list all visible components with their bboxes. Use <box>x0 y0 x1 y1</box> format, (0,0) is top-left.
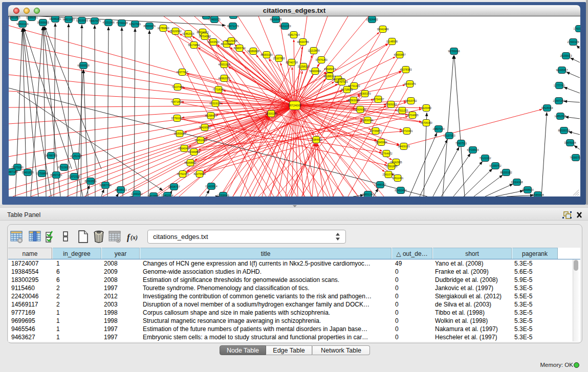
svg-text:81718002: 81718002 <box>341 88 353 91</box>
svg-text:96245957: 96245957 <box>556 69 568 72</box>
svg-text:56174833: 56174833 <box>188 43 200 47</box>
svg-text:97299752: 97299752 <box>489 164 501 167</box>
svg-text:89093100: 89093100 <box>260 53 272 56</box>
svg-text:11440242: 11440242 <box>131 192 143 195</box>
svg-text:97465075: 97465075 <box>208 18 220 21</box>
svg-text:58948113: 58948113 <box>115 188 127 191</box>
svg-text:88539336: 88539336 <box>558 129 570 132</box>
svg-text:58887180: 58887180 <box>9 170 18 173</box>
svg-text:37576283: 37576283 <box>315 58 327 61</box>
svg-text:06792470: 06792470 <box>177 172 188 176</box>
svg-text:80141269: 80141269 <box>221 42 232 46</box>
svg-text:31258153: 31258153 <box>297 65 309 68</box>
svg-text:(x): (x) <box>130 234 138 241</box>
svg-text:44992070: 44992070 <box>218 77 230 80</box>
svg-text:18300295: 18300295 <box>265 112 277 115</box>
svg-text:74395755: 74395755 <box>570 156 580 159</box>
svg-text:13186091: 13186091 <box>26 16 37 19</box>
svg-text:82450400: 82450400 <box>395 189 406 192</box>
svg-text:35326502: 35326502 <box>169 30 181 33</box>
svg-text:21547280: 21547280 <box>553 99 564 102</box>
svg-text:23610788: 23610788 <box>382 173 394 176</box>
svg-text:21590109: 21590109 <box>567 40 579 43</box>
svg-text:52601815: 52601815 <box>9 16 20 19</box>
svg-text:33401878: 33401878 <box>21 171 33 174</box>
svg-text:15055613: 15055613 <box>173 132 185 135</box>
svg-text:76122202: 76122202 <box>479 157 491 160</box>
svg-text:84268465: 84268465 <box>270 18 281 21</box>
svg-text:87731322: 87731322 <box>348 84 360 87</box>
svg-text:84934072: 84934072 <box>197 31 208 34</box>
svg-text:92086828: 92086828 <box>247 50 259 53</box>
svg-text:23448347: 23448347 <box>374 183 386 186</box>
svg-text:89555979: 89555979 <box>143 25 155 28</box>
svg-text:71147104: 71147104 <box>201 16 212 17</box>
svg-text:13226058: 13226058 <box>225 39 237 42</box>
svg-text:56563048: 56563048 <box>347 99 359 102</box>
svg-text:81817414: 81817414 <box>288 33 299 36</box>
svg-text:41252427: 41252427 <box>70 155 82 158</box>
svg-text:15640410: 15640410 <box>178 147 190 150</box>
svg-text:24704558: 24704558 <box>199 35 210 38</box>
svg-text:78657975: 78657975 <box>89 19 100 23</box>
svg-text:07924402: 07924402 <box>366 18 378 21</box>
svg-text:63726516: 63726516 <box>467 148 478 151</box>
svg-text:51819093: 51819093 <box>76 19 88 22</box>
svg-text:17058649: 17058649 <box>217 194 229 196</box>
svg-text:62527601: 62527601 <box>129 23 141 26</box>
svg-text:67511253: 67511253 <box>397 109 408 112</box>
svg-text:43231948: 43231948 <box>102 21 114 24</box>
svg-text:22279180: 22279180 <box>11 166 23 169</box>
svg-text:45378383: 45378383 <box>400 68 411 71</box>
svg-text:60710431: 60710431 <box>401 129 412 133</box>
svg-text:79907511: 79907511 <box>455 142 467 145</box>
svg-text:83645074: 83645074 <box>324 68 336 71</box>
svg-text:82965724: 82965724 <box>233 47 245 50</box>
svg-text:39548620: 39548620 <box>521 188 533 191</box>
svg-text:01759898: 01759898 <box>36 172 48 175</box>
svg-text:77718341: 77718341 <box>212 88 224 91</box>
svg-text:76426565: 76426565 <box>199 126 210 129</box>
svg-text:34419792: 34419792 <box>405 99 417 102</box>
svg-text:17603137: 17603137 <box>573 27 580 30</box>
svg-text:90830166: 90830166 <box>16 23 28 26</box>
svg-text:63304348: 63304348 <box>511 181 522 184</box>
svg-text:08246281: 08246281 <box>49 17 61 20</box>
svg-text:31672326: 31672326 <box>68 175 80 178</box>
svg-text:20831240: 20831240 <box>362 193 374 196</box>
svg-text:57986828: 57986828 <box>532 193 543 196</box>
svg-text:54930666: 54930666 <box>309 70 321 73</box>
svg-text:44634786: 44634786 <box>297 40 309 43</box>
svg-text:08838737: 08838737 <box>168 185 180 188</box>
svg-text:13137353: 13137353 <box>443 134 455 137</box>
svg-text:45298415: 45298415 <box>205 114 216 117</box>
svg-text:94821993: 94821993 <box>62 18 74 21</box>
svg-text:25167800: 25167800 <box>273 57 285 60</box>
svg-text:14852538: 14852538 <box>554 115 566 118</box>
svg-text:38528084: 38528084 <box>541 106 553 110</box>
svg-text:37609260: 37609260 <box>385 103 397 106</box>
svg-text:17764672: 17764672 <box>380 152 392 155</box>
svg-text:28159013: 28159013 <box>560 54 572 57</box>
svg-text:86563551: 86563551 <box>84 180 96 183</box>
svg-text:84837261: 84837261 <box>50 173 62 177</box>
svg-text:50587706: 50587706 <box>99 184 111 187</box>
svg-text:72042935: 72042935 <box>390 161 402 164</box>
svg-text:28704655: 28704655 <box>406 114 418 117</box>
svg-text:13734337: 13734337 <box>372 98 384 101</box>
svg-text:33875004: 33875004 <box>564 141 576 144</box>
svg-text:28807290: 28807290 <box>432 127 444 130</box>
svg-text:9115460: 9115460 <box>421 106 431 110</box>
svg-text:33377617: 33377617 <box>176 71 188 74</box>
svg-text:75749118: 75749118 <box>116 21 128 25</box>
svg-text:55706360: 55706360 <box>420 121 432 124</box>
svg-text:16786843: 16786843 <box>157 27 169 30</box>
svg-text:29170342: 29170342 <box>227 16 239 17</box>
svg-text:30926002: 30926002 <box>354 108 366 111</box>
svg-text:67513613: 67513613 <box>58 166 70 169</box>
svg-text:06400376: 06400376 <box>404 82 416 85</box>
svg-text:14365370: 14365370 <box>359 92 371 95</box>
svg-text:10735873: 10735873 <box>369 129 381 133</box>
svg-text:68599528: 68599528 <box>77 64 89 67</box>
svg-text:11148936: 11148936 <box>386 40 398 43</box>
